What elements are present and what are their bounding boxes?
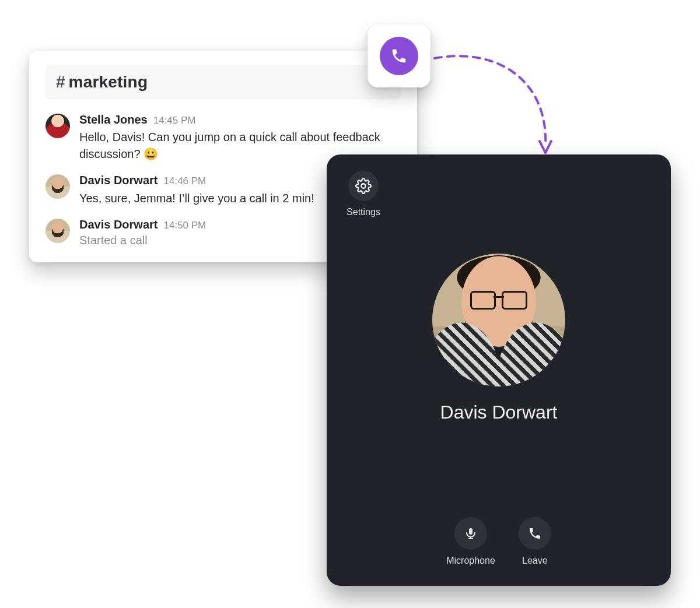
phone-icon (528, 526, 542, 540)
connector-arrow-icon (429, 41, 569, 163)
caller-name: Davis Dorwart (440, 402, 558, 423)
microphone-button[interactable] (454, 517, 487, 550)
call-controls: Microphone Leave (327, 517, 671, 566)
message-time: 14:46 PM (164, 175, 206, 187)
channel-header[interactable]: # marketing (46, 65, 401, 100)
avatar[interactable] (46, 219, 70, 243)
settings-label: Settings (343, 207, 384, 217)
phone-icon (380, 37, 418, 75)
message-time: 14:45 PM (153, 115, 196, 126)
leave-label: Leave (522, 556, 548, 566)
caller-info: Davis Dorwart (432, 254, 565, 423)
settings-button[interactable] (348, 171, 379, 201)
avatar[interactable] (46, 114, 70, 138)
svg-point-0 (361, 184, 365, 188)
hash-icon: # (56, 73, 65, 92)
settings-area: Settings (343, 171, 384, 217)
message-author[interactable]: Davis Dorwart (79, 217, 158, 231)
phone-tile[interactable] (368, 24, 430, 87)
leave-button[interactable] (519, 517, 551, 550)
microphone-icon (464, 526, 478, 540)
avatar[interactable] (46, 174, 70, 199)
message-author[interactable]: Stella Jones (79, 113, 148, 126)
gear-icon (355, 178, 372, 194)
caller-avatar[interactable] (432, 254, 565, 386)
message-author[interactable]: Davis Dorwart (79, 173, 158, 187)
message-time: 14:50 PM (164, 220, 206, 231)
microphone-label: Microphone (446, 556, 495, 566)
call-window: Settings Davis Dorwart Microphone Leave (327, 154, 671, 586)
channel-name: marketing (69, 73, 148, 92)
